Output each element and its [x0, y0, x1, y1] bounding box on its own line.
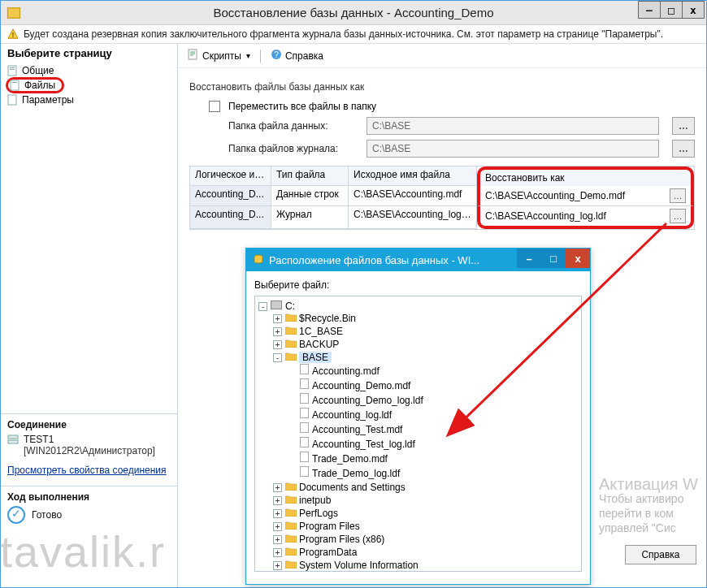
file-location-dialog: Расположение файлов базы данных - WI... …: [245, 248, 591, 585]
tree-folder[interactable]: +PerfLogs: [273, 507, 579, 520]
tree-folder[interactable]: +inetpub: [273, 494, 579, 507]
page-icon: [7, 65, 19, 76]
tree-drive[interactable]: -C: +$Recycle.Bin+1C_BASE+BACKUP-BASEAcc…: [258, 300, 579, 572]
drive-icon: [271, 300, 282, 309]
progress-status: Готово: [32, 509, 62, 521]
sidebar-item-general[interactable]: Общие: [6, 64, 172, 77]
tree-folder-base[interactable]: -BASEAccounting.mdfAccounting_Demo.mdfAc…: [273, 351, 579, 481]
titlebar: Восстановление базы данных - Accounting_…: [1, 1, 706, 25]
dialog-icon: [253, 253, 264, 267]
table-row[interactable]: Accounting_D... Журнал C:\BASE\Accountin…: [190, 206, 694, 229]
svg-text:!: !: [12, 31, 14, 39]
warning-text: Будет создана резервная копия заключител…: [24, 28, 663, 40]
minimize-button[interactable]: –: [638, 1, 661, 19]
file-icon: [300, 408, 309, 418]
scripts-label: Скрипты: [202, 50, 241, 62]
col-original[interactable]: Исходное имя файла: [349, 166, 477, 186]
data-folder-input[interactable]: C:\BASE: [367, 117, 659, 135]
table-row[interactable]: Accounting_D... Данные строк C:\BASE\Acc…: [190, 186, 694, 206]
move-all-checkbox[interactable]: [209, 101, 220, 112]
tree-file[interactable]: Accounting_Demo.mdf: [288, 378, 579, 392]
help-button[interactable]: ? Справка: [267, 47, 327, 64]
svg-rect-11: [189, 50, 197, 59]
server-icon: [7, 434, 19, 447]
log-folder-browse[interactable]: …: [672, 140, 695, 158]
folder-open-icon: [285, 352, 297, 361]
data-folder-browse[interactable]: …: [672, 117, 695, 135]
activation-watermark: Активация W Чтобы активиро перейти в ком…: [599, 477, 698, 535]
tree-folder[interactable]: +Documents and Settings: [273, 481, 579, 494]
connection-header: Соединение: [7, 419, 171, 430]
tree-folder[interactable]: +ProgramData: [273, 546, 579, 559]
tree-folder[interactable]: +System Volume Information: [273, 559, 579, 572]
tree-file[interactable]: Accounting_Demo_log.ldf: [288, 392, 579, 407]
tree-folder[interactable]: +Program Files (x86): [273, 533, 579, 546]
site-watermark: tavalik.r: [0, 526, 166, 577]
folder-icon: [285, 534, 297, 543]
dialog-close[interactable]: x: [566, 249, 590, 268]
tree-file[interactable]: Accounting_Test.mdf: [288, 422, 579, 436]
col-logical[interactable]: Логическое им...: [190, 166, 271, 186]
scripts-button[interactable]: Скрипты ▾: [184, 47, 254, 64]
folder-tree[interactable]: -C: +$Recycle.Bin+1C_BASE+BACKUP-BASEAcc…: [254, 296, 582, 572]
svg-rect-5: [10, 69, 15, 70]
folder-icon: [285, 560, 297, 569]
file-icon: [300, 466, 309, 477]
tree-file[interactable]: Accounting_Test_log.ldf: [288, 436, 579, 451]
file-icon: [300, 364, 309, 374]
connection-block: Соединение TEST1 [WIN2012R2\Администрато…: [1, 414, 177, 482]
progress-block: Ход выполнения Готово: [1, 486, 177, 530]
view-connection-link[interactable]: Просмотреть свойства соединения: [7, 465, 167, 476]
sidebar: Выберите страницу Общие Файлы Параметры: [1, 44, 178, 587]
window-title: Восстановление базы данных - Accounting_…: [1, 6, 706, 19]
data-folder-label: Папка файла данных:: [228, 120, 358, 132]
section-title: Восстановить файлы базы данных как: [189, 81, 695, 93]
chevron-down-icon: ▾: [246, 51, 250, 60]
col-filetype[interactable]: Тип файла: [271, 166, 349, 186]
close-button[interactable]: x: [682, 1, 705, 19]
svg-rect-8: [8, 95, 16, 105]
file-icon: [300, 378, 309, 389]
dialog-title: Расположение файлов базы данных - WI...: [269, 254, 479, 266]
sidebar-item-label: Общие: [22, 65, 54, 76]
folder-icon: [285, 495, 297, 504]
progress-check-icon: [7, 506, 25, 524]
file-icon: [300, 437, 309, 447]
help-label: Справка: [285, 50, 323, 62]
script-icon: [188, 49, 199, 63]
col-restore-as[interactable]: Восстановить как: [477, 166, 694, 186]
toolbar-separator: [260, 50, 261, 63]
dialog-minimize[interactable]: –: [517, 249, 541, 268]
tree-folder[interactable]: +$Recycle.Bin: [273, 312, 579, 325]
tree-folder[interactable]: +BACKUP: [273, 338, 579, 351]
help-icon: ?: [271, 49, 282, 63]
file-icon: [300, 422, 309, 433]
connection-server: TEST1: [24, 434, 155, 445]
sidebar-item-options[interactable]: Параметры: [6, 93, 172, 106]
select-file-label: Выберите файл:: [254, 279, 582, 291]
restore-browse-button[interactable]: …: [670, 209, 686, 223]
dialog-maximize[interactable]: □: [541, 249, 566, 268]
restore-browse-button[interactable]: …: [670, 188, 686, 203]
sidebar-item-label: Параметры: [22, 94, 74, 106]
svg-rect-6: [11, 80, 19, 90]
tree-file[interactable]: Accounting_log.ldf: [288, 407, 579, 422]
log-folder-input[interactable]: C:\BASE: [367, 140, 659, 158]
sidebar-item-files[interactable]: Файлы: [6, 77, 64, 93]
restore-grid: Логическое им... Тип файла Исходное имя …: [189, 166, 695, 230]
svg-rect-4: [10, 67, 15, 68]
toolbar: Скрипты ▾ ? Справка: [178, 44, 706, 68]
warning-banner: ! Будет создана резервная копия заключит…: [1, 25, 706, 44]
help-button-footer[interactable]: Справка: [625, 545, 696, 564]
folder-icon: [285, 521, 297, 530]
maximize-button[interactable]: □: [660, 1, 683, 19]
tree-file[interactable]: Trade_Demo.mdf: [288, 451, 579, 465]
tree-file[interactable]: Trade_Demo_log.ldf: [288, 465, 579, 480]
folder-icon: [285, 508, 297, 517]
tree-folder[interactable]: +1C_BASE: [273, 325, 579, 338]
tree-file[interactable]: Accounting.mdf: [288, 363, 579, 378]
tree-folder[interactable]: +Program Files: [273, 520, 579, 533]
svg-rect-3: [8, 66, 16, 76]
folder-icon: [285, 313, 297, 322]
log-folder-label: Папка файлов журнала:: [228, 143, 358, 154]
